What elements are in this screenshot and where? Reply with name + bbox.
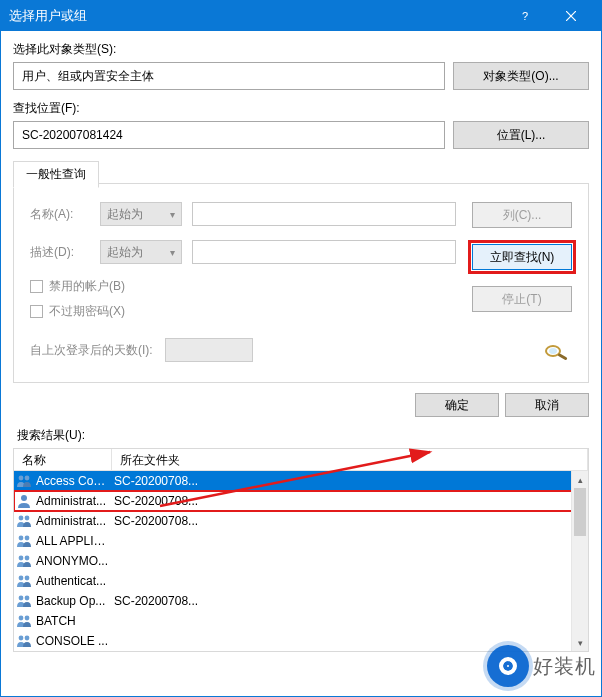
disabled-accounts-label: 禁用的帐户(B): [49, 278, 125, 295]
name-operator-combo[interactable]: 起始为 ▾: [100, 202, 182, 226]
dialog-actions: 确定 取消: [1, 383, 601, 423]
window-title: 选择用户或组: [9, 7, 87, 25]
table-row[interactable]: BATCH: [14, 611, 588, 631]
row-folder: SC-20200708...: [114, 494, 198, 508]
group-icon: [16, 593, 32, 609]
window-controls: ?: [503, 2, 593, 30]
query-panel: 一般性查询 名称(A): 起始为 ▾ 描述(D): 起始为 ▾: [13, 183, 589, 383]
svg-point-9: [19, 516, 24, 521]
svg-point-15: [19, 576, 24, 581]
table-row[interactable]: ANONYMO...: [14, 551, 588, 571]
user-icon: [16, 493, 32, 509]
desc-input[interactable]: [192, 240, 456, 264]
row-name: Access Con...: [36, 474, 114, 488]
disabled-accounts-checkbox[interactable]: [30, 280, 43, 293]
svg-point-18: [25, 596, 30, 601]
days-since-logon-label: 自上次登录后的天数(I):: [30, 342, 153, 359]
days-since-logon-combo[interactable]: [165, 338, 253, 362]
table-row[interactable]: Administrat...SC-20200708...: [14, 491, 588, 511]
object-type-input[interactable]: [13, 62, 445, 90]
search-icon: [540, 338, 572, 362]
watermark: 好装机: [487, 645, 596, 687]
tab-common-queries[interactable]: 一般性查询: [13, 161, 99, 188]
svg-point-11: [19, 536, 24, 541]
col-name[interactable]: 名称: [14, 449, 112, 470]
table-row[interactable]: Access Con...SC-20200708...: [14, 471, 588, 491]
row-name: ANONYMO...: [36, 554, 114, 568]
svg-point-10: [25, 516, 30, 521]
ok-button[interactable]: 确定: [415, 393, 499, 417]
col-folder[interactable]: 所在文件夹: [112, 449, 588, 470]
svg-point-17: [19, 596, 24, 601]
watermark-text: 好装机: [533, 653, 596, 680]
svg-point-6: [19, 476, 24, 481]
name-label: 名称(A):: [30, 206, 90, 223]
group-icon: [16, 613, 32, 629]
svg-point-5: [549, 348, 557, 354]
query-form: 名称(A): 起始为 ▾ 描述(D): 起始为 ▾: [30, 202, 456, 362]
group-icon: [16, 473, 32, 489]
watermark-logo-icon: [487, 645, 529, 687]
chevron-down-icon: ▾: [170, 247, 175, 258]
row-name: Administrat...: [36, 494, 114, 508]
svg-point-19: [19, 616, 24, 621]
nonexpiring-password-label: 不过期密码(X): [49, 303, 125, 320]
location-label: 查找位置(F):: [13, 100, 589, 117]
desc-label: 描述(D):: [30, 244, 90, 261]
svg-point-7: [25, 476, 30, 481]
row-folder: SC-20200708...: [114, 594, 198, 608]
svg-point-16: [25, 576, 30, 581]
svg-point-8: [21, 495, 27, 501]
group-icon: [16, 573, 32, 589]
svg-point-21: [19, 636, 24, 641]
svg-point-20: [25, 616, 30, 621]
desc-operator-combo[interactable]: 起始为 ▾: [100, 240, 182, 264]
find-now-button[interactable]: 立即查找(N): [472, 244, 572, 270]
row-name: Backup Op...: [36, 594, 114, 608]
group-icon: [16, 553, 32, 569]
table-row[interactable]: Administrat...SC-20200708...: [14, 511, 588, 531]
locations-button[interactable]: 位置(L)...: [453, 121, 589, 149]
svg-rect-4: [558, 353, 568, 361]
close-button[interactable]: [549, 2, 593, 30]
chevron-down-icon: ▾: [170, 209, 175, 220]
results-header: 名称 所在文件夹: [14, 449, 588, 471]
upper-section: 选择此对象类型(S): 对象类型(O)... 查找位置(F): 位置(L)...: [1, 31, 601, 159]
svg-point-14: [25, 556, 30, 561]
row-name: Authenticat...: [36, 574, 114, 588]
object-type-label: 选择此对象类型(S):: [13, 41, 589, 58]
side-buttons: 列(C)... 立即查找(N) 停止(T): [472, 202, 572, 362]
stop-button[interactable]: 停止(T): [472, 286, 572, 312]
row-folder: SC-20200708...: [114, 474, 198, 488]
row-name: Administrat...: [36, 514, 114, 528]
row-name: ALL APPLIC...: [36, 534, 114, 548]
svg-point-12: [25, 536, 30, 541]
row-name: BATCH: [36, 614, 114, 628]
table-row[interactable]: Backup Op...SC-20200708...: [14, 591, 588, 611]
svg-text:?: ?: [522, 10, 528, 22]
svg-point-22: [25, 636, 30, 641]
titlebar: 选择用户或组 ?: [1, 1, 601, 31]
vertical-scrollbar[interactable]: ▴ ▾: [571, 471, 588, 651]
svg-point-13: [19, 556, 24, 561]
group-icon: [16, 533, 32, 549]
row-name: CONSOLE ...: [36, 634, 114, 648]
table-row[interactable]: Authenticat...: [14, 571, 588, 591]
location-input[interactable]: [13, 121, 445, 149]
cancel-button[interactable]: 取消: [505, 393, 589, 417]
help-button[interactable]: ?: [503, 2, 547, 30]
row-folder: SC-20200708...: [114, 514, 198, 528]
table-row[interactable]: ALL APPLIC...: [14, 531, 588, 551]
results-list: 名称 所在文件夹 Access Con...SC-20200708...Admi…: [13, 448, 589, 652]
name-input[interactable]: [192, 202, 456, 226]
nonexpiring-password-checkbox[interactable]: [30, 305, 43, 318]
group-icon: [16, 633, 32, 649]
results-rows: Access Con...SC-20200708...Administrat..…: [14, 471, 588, 651]
columns-button[interactable]: 列(C)...: [472, 202, 572, 228]
object-types-button[interactable]: 对象类型(O)...: [453, 62, 589, 90]
group-icon: [16, 513, 32, 529]
scroll-thumb[interactable]: [574, 488, 586, 536]
search-results-label: 搜索结果(U):: [1, 423, 601, 448]
dialog-window: 选择用户或组 ? 选择此对象类型(S): 对象类型(O)... 查找位置(F):…: [0, 0, 602, 697]
scroll-up-button[interactable]: ▴: [572, 471, 588, 488]
